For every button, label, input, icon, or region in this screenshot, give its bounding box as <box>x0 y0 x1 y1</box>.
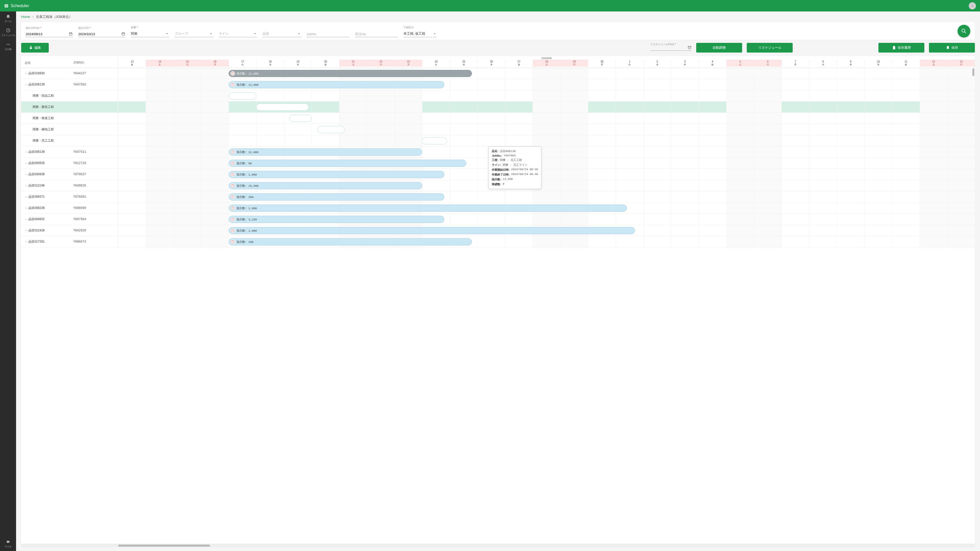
gantt-bar[interactable]: 指示数: 200 <box>229 193 444 200</box>
job-no: Y067504 <box>73 218 86 221</box>
item-name: 品目012426 <box>28 228 73 233</box>
gantt-child-row[interactable]: 関東 - 完工工程 <box>21 135 975 146</box>
sidebar-item-other[interactable]: その他 <box>0 40 16 54</box>
edit-button[interactable]: 編集 <box>21 43 49 52</box>
day-header: 23月 <box>395 60 422 67</box>
svg-line-18 <box>965 32 966 33</box>
gantt-row[interactable]: 品目006238Y088609指示数: 1,600 <box>21 203 975 214</box>
gantt-child-row[interactable]: 関東 - 製造工程 <box>21 102 975 113</box>
job-no: Y047503 <box>73 83 86 86</box>
bookmark-icon <box>946 46 950 50</box>
gantt-row[interactable]: 品目012426Y042919指示数: 1,000 <box>21 225 975 236</box>
expand-toggle[interactable] <box>25 241 28 243</box>
date-from-field[interactable] <box>26 31 73 37</box>
date-from-input[interactable] <box>26 32 68 36</box>
search-button[interactable] <box>958 25 970 38</box>
day-header: 11金 <box>892 60 920 67</box>
calendar-icon[interactable] <box>68 32 73 36</box>
dept-select[interactable]: 関東 <box>131 30 169 37</box>
gantt-row[interactable]: 品目004932Y067504指示数: 3,220 <box>21 214 975 225</box>
expand-toggle[interactable] <box>25 162 28 165</box>
alert-icon <box>231 228 235 233</box>
gantt-bar[interactable] <box>256 103 309 111</box>
gantt-bar[interactable] <box>422 137 447 144</box>
brand: Scheduler <box>4 3 29 8</box>
gantt-row[interactable]: 品目006139Y047503指示数: 12,000 <box>21 79 975 90</box>
horizontal-scrollbar[interactable] <box>21 544 975 547</box>
sidebar-item-home[interactable]: ホーム <box>0 11 16 25</box>
bar-label: 指示数: 3,220 <box>237 218 257 221</box>
gantt-bar[interactable]: 指示数: 1,000 <box>229 171 444 178</box>
job-no: Y076601 <box>73 195 86 199</box>
breadcrumb-home[interactable]: Home <box>21 15 30 19</box>
expand-toggle[interactable] <box>25 196 28 198</box>
gantt-bar[interactable]: 指示数: 100 <box>229 238 472 245</box>
save-button[interactable]: 保存 <box>929 43 975 52</box>
date-to-field[interactable] <box>78 31 125 37</box>
expand-toggle[interactable] <box>25 207 28 210</box>
day-header: 1火 <box>616 60 643 67</box>
expand-toggle[interactable] <box>25 83 28 86</box>
sidebar-item-schedule[interactable]: スケジュール <box>0 25 16 40</box>
gantt-bar[interactable]: 指示数: 1,600 <box>229 205 627 212</box>
job-no: Y086673 <box>73 240 86 244</box>
group-select[interactable]: グループ <box>175 30 213 37</box>
save-history-button[interactable]: 保存履歴 <box>878 43 924 52</box>
expand-toggle[interactable] <box>25 218 28 221</box>
sidebar-item-master[interactable]: マスタ <box>0 537 16 551</box>
gantt-child-row[interactable]: 関東 - 梱包工程 <box>21 124 975 135</box>
gantt-bar[interactable]: 指示数: 12,000 <box>229 70 472 77</box>
expand-toggle[interactable] <box>25 151 28 153</box>
bar-label: 指示数: 12,000 <box>237 83 259 87</box>
item-name: 品目017291 <box>28 240 73 244</box>
line-select[interactable]: ライン <box>219 30 257 37</box>
day-header: 27金 <box>505 60 533 67</box>
reschedule-button[interactable]: リスケジュール <box>747 43 793 52</box>
gantt-bar[interactable]: 指示数: 3,220 <box>229 216 444 223</box>
dept-label: 部署* <box>131 26 169 29</box>
orderno-field[interactable] <box>355 31 398 37</box>
svg-point-7 <box>8 44 8 45</box>
auto-adjust-button[interactable]: 自動調整 <box>696 43 742 52</box>
breadcrumb-current: 生産工程表（JOB単位） <box>36 15 72 19</box>
gantt-panel: 品名 JOBNO. 2024/09 13金14土15日16月17火18水19木2… <box>21 56 975 547</box>
gantt-bar[interactable]: 指示数: 1,000 <box>229 227 635 234</box>
expand-toggle[interactable] <box>25 72 28 75</box>
gantt-bar[interactable] <box>317 126 345 133</box>
gantt-row[interactable]: 品目006371Y076601指示数: 200 <box>21 191 975 203</box>
gantt-child-row[interactable]: 関東 - 部品工程 <box>21 90 975 102</box>
expand-toggle[interactable] <box>25 229 28 232</box>
date-to-input[interactable] <box>78 32 121 36</box>
alert-icon <box>231 161 235 165</box>
gantt-child-row[interactable]: 関東 - 検査工程 <box>21 113 975 124</box>
jobno-input[interactable] <box>307 32 349 36</box>
calendar-icon[interactable] <box>121 32 125 36</box>
expand-toggle[interactable] <box>25 184 28 187</box>
gantt-row[interactable]: 品目017291Y086673指示数: 100 <box>21 236 975 248</box>
expand-toggle[interactable] <box>25 173 28 176</box>
bar-label: 指示数: 1,000 <box>237 173 257 176</box>
jobno-field[interactable] <box>307 31 349 37</box>
gantt-bar[interactable]: 指示数: 50 <box>229 160 466 167</box>
gantt-row[interactable]: 品目016930Y044237指示数: 12,000 <box>21 68 975 79</box>
item-select[interactable]: 品名 <box>262 30 301 37</box>
day-header: 4金 <box>698 60 726 67</box>
gantt-bar[interactable] <box>290 115 312 122</box>
to-label: 指示日To* <box>78 26 125 30</box>
tooltip-value: 12,000 <box>503 178 513 181</box>
avatar[interactable]: ユ <box>969 2 976 10</box>
gantt-bar[interactable]: 指示数: 15,500 <box>229 182 422 189</box>
gantt-bar[interactable]: 指示数: 12,000 <box>229 148 422 156</box>
home-icon <box>6 14 11 19</box>
proc-label: 工程区分 <box>404 26 437 29</box>
day-header: 12土 <box>920 60 947 67</box>
orderno-input[interactable] <box>355 32 398 36</box>
vertical-scrollbar[interactable] <box>972 68 974 543</box>
svg-rect-9 <box>69 33 72 35</box>
from-label: 指示日From* <box>26 26 73 30</box>
gantt-bar[interactable] <box>229 92 256 100</box>
proc-select[interactable]: 本工程, 仮工程 <box>404 30 437 37</box>
gantt-bar[interactable]: 指示数: 12,000 <box>229 81 444 88</box>
day-header: 13金 <box>118 60 146 67</box>
day-header: 14土 <box>146 60 173 67</box>
